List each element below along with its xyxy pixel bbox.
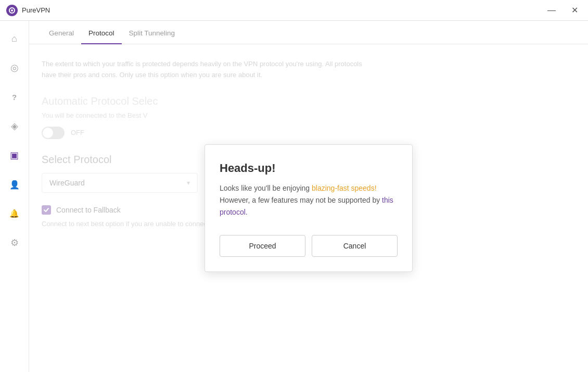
sidebar-item-question[interactable]: ? xyxy=(5,88,24,106)
main-layout: ⌂ ◎ ? ◈ ▣ 👤 🔔 ⚙ General Protocol Split T… xyxy=(0,21,588,372)
content-body: The extent to which your traffic is prot… xyxy=(29,44,588,372)
dialog-buttons: Proceed Cancel xyxy=(220,235,398,257)
tab-protocol[interactable]: Protocol xyxy=(81,21,122,44)
dialog-overlay: Heads-up! Looks like you'll be enjoying … xyxy=(29,44,588,372)
highlight-blazing: blazing-fast speeds! xyxy=(312,184,377,192)
sidebar-item-window[interactable]: ▣ xyxy=(5,146,24,165)
sidebar-item-person[interactable]: 👤 xyxy=(5,175,24,194)
minimize-button[interactable]: — xyxy=(544,3,559,18)
sidebar-item-globe[interactable]: ◎ xyxy=(5,58,24,77)
sidebar-item-bell[interactable]: 🔔 xyxy=(5,204,24,223)
title-bar-left: PureVPN xyxy=(6,5,50,16)
close-button[interactable]: ✕ xyxy=(567,3,582,18)
tab-general[interactable]: General xyxy=(42,21,81,44)
sidebar: ⌂ ◎ ? ◈ ▣ 👤 🔔 ⚙ xyxy=(0,21,29,372)
tab-split-tunneling[interactable]: Split Tunneling xyxy=(122,21,183,44)
sidebar-item-gift[interactable]: ◈ xyxy=(5,117,24,135)
app-logo xyxy=(6,5,18,16)
dialog-body: Looks like you'll be enjoying blazing-fa… xyxy=(220,182,398,218)
tabs: General Protocol Split Tunneling xyxy=(29,21,588,44)
cancel-button[interactable]: Cancel xyxy=(312,235,398,257)
title-bar: PureVPN — ✕ xyxy=(0,0,588,21)
content-area: General Protocol Split Tunneling The ext… xyxy=(29,21,588,372)
sidebar-item-settings[interactable]: ⚙ xyxy=(5,233,24,252)
dialog-title: Heads-up! xyxy=(220,162,398,175)
proceed-button[interactable]: Proceed xyxy=(220,235,305,257)
svg-point-1 xyxy=(11,9,13,11)
sidebar-item-home[interactable]: ⌂ xyxy=(5,29,24,48)
title-bar-controls: — ✕ xyxy=(544,3,582,18)
heads-up-dialog: Heads-up! Looks like you'll be enjoying … xyxy=(204,144,413,272)
highlight-protocol: this protocol. xyxy=(220,196,393,216)
app-title: PureVPN xyxy=(22,6,50,14)
